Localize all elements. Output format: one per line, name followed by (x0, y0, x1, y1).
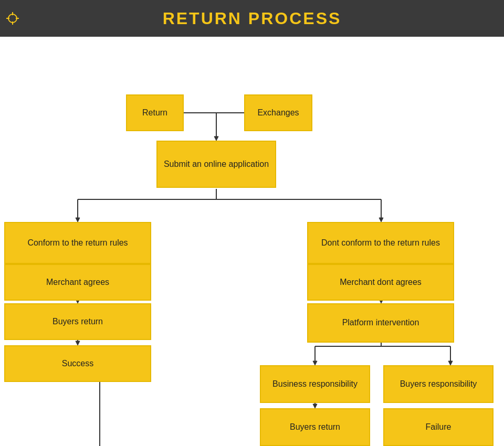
exchanges-box: Exchanges (244, 94, 312, 131)
svg-marker-11 (76, 218, 80, 222)
diagram-area: Return Exchanges Submit an online applic… (0, 37, 504, 446)
page-header: RETURN PROCESS (0, 0, 504, 37)
buyers-return-left-box: Buyers return (4, 303, 151, 340)
buyers-resp-box: Buyers responsibility (383, 365, 494, 403)
crosshair-icon (6, 12, 19, 25)
merchant-agrees-box: Merchant agrees (4, 264, 151, 301)
page-title: RETURN PROCESS (163, 9, 342, 28)
svg-marker-33 (313, 404, 317, 408)
merchant-dont-box: Merchant dont agrees (307, 264, 454, 301)
svg-point-0 (8, 14, 17, 23)
buyers-return-right-box: Buyers return (260, 408, 370, 446)
submit-box: Submit an online application (156, 141, 276, 188)
business-resp-box: Business responsibility (260, 365, 370, 403)
svg-marker-28 (313, 361, 317, 365)
failure-box: Failure (383, 408, 494, 446)
platform-box: Platform intervention (307, 303, 454, 343)
success-box: Success (4, 345, 151, 382)
svg-marker-31 (448, 361, 453, 365)
svg-marker-20 (76, 341, 80, 345)
svg-marker-7 (214, 136, 218, 141)
svg-marker-14 (379, 218, 383, 222)
conform-box: Conform to the return rules (4, 222, 151, 264)
return-box: Return (126, 94, 184, 131)
dont-conform-box: Dont conform to the return rules (307, 222, 454, 264)
